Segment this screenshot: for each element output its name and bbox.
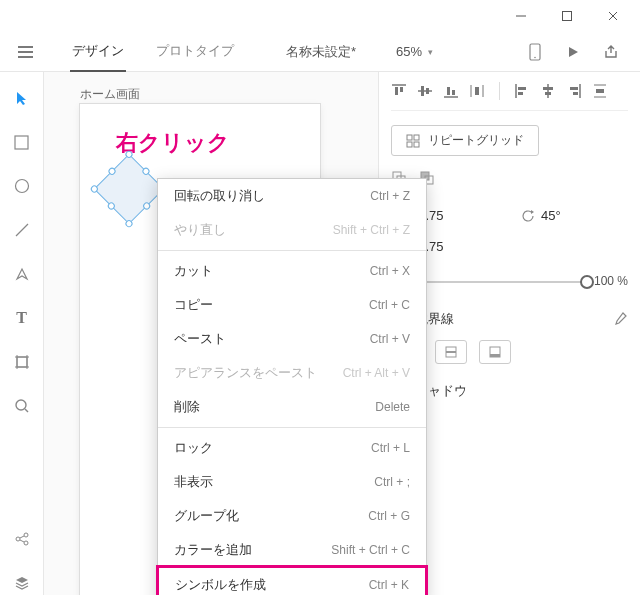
tab-prototype[interactable]: プロトタイプ — [154, 32, 236, 72]
play-icon[interactable] — [554, 45, 592, 59]
rotate-icon — [521, 209, 535, 223]
layers-icon[interactable] — [10, 571, 34, 595]
context-menu-item: やり直しShift + Ctrl + Z — [158, 213, 426, 247]
svg-rect-43 — [570, 87, 578, 90]
context-menu-item-label: シンボルを作成 — [175, 576, 266, 594]
align-hcenter-icon[interactable] — [540, 83, 556, 99]
svg-rect-29 — [426, 88, 429, 94]
context-menu-item-shortcut: Ctrl + Z — [370, 189, 410, 203]
eyedropper-icon[interactable] — [612, 311, 628, 327]
context-menu-item-shortcut: Ctrl + Alt + V — [343, 366, 410, 380]
svg-marker-6 — [569, 47, 578, 57]
context-menu-item-label: グループ化 — [174, 507, 239, 525]
context-menu-item-shortcut: Ctrl + X — [370, 264, 410, 278]
repeat-grid-button[interactable]: リピートグリッド — [391, 125, 539, 156]
context-menu-item[interactable]: コピーCtrl + C — [158, 288, 426, 322]
context-menu-item[interactable]: ロックCtrl + L — [158, 431, 426, 465]
window-titlebar — [0, 0, 640, 32]
context-menu-item[interactable]: 回転の取り消しCtrl + Z — [158, 179, 426, 213]
stroke-outside-icon[interactable] — [479, 340, 511, 364]
opacity-value[interactable]: 100 % — [594, 274, 628, 288]
context-menu-divider — [158, 427, 426, 428]
context-menu-item[interactable]: カットCtrl + X — [158, 254, 426, 288]
tab-design[interactable]: デザイン — [70, 32, 126, 72]
svg-point-19 — [24, 533, 28, 537]
zoom-select[interactable]: 65% — [396, 44, 433, 59]
distribute-h-icon[interactable] — [592, 83, 608, 99]
context-menu-item: アピアランスをペーストCtrl + Alt + V — [158, 356, 426, 390]
svg-rect-47 — [596, 89, 604, 93]
svg-point-20 — [24, 541, 28, 545]
menu-button[interactable] — [10, 46, 40, 58]
svg-marker-56 — [531, 210, 534, 214]
annotation-text: 右クリック — [116, 128, 230, 158]
device-preview-icon[interactable] — [516, 43, 554, 61]
line-tool[interactable] — [10, 218, 34, 242]
svg-rect-40 — [543, 87, 553, 90]
svg-rect-44 — [573, 92, 578, 95]
close-button[interactable] — [590, 0, 636, 32]
context-menu-item[interactable]: 削除Delete — [158, 390, 426, 424]
text-tool[interactable]: T — [10, 306, 34, 330]
context-menu-item-shortcut: Ctrl + G — [368, 509, 410, 523]
svg-marker-23 — [16, 577, 28, 583]
svg-rect-38 — [518, 92, 523, 95]
context-menu-item-shortcut: Ctrl + ; — [374, 475, 410, 489]
align-vcenter-icon[interactable] — [417, 83, 433, 99]
context-menu-item-shortcut: Shift + Ctrl + Z — [333, 223, 410, 237]
context-menu-item[interactable]: カラーを追加Shift + Ctrl + C — [158, 533, 426, 567]
tool-rail: T — [0, 72, 44, 595]
svg-rect-48 — [407, 135, 412, 140]
assets-icon[interactable] — [10, 527, 34, 551]
svg-rect-8 — [15, 136, 28, 149]
context-menu-item-shortcut: Ctrl + C — [369, 298, 410, 312]
share-icon[interactable] — [592, 44, 630, 60]
svg-rect-32 — [452, 90, 455, 95]
context-menu-item-label: 非表示 — [174, 473, 213, 491]
svg-rect-26 — [400, 87, 403, 92]
align-top-icon[interactable] — [391, 83, 407, 99]
svg-rect-51 — [414, 142, 419, 147]
select-tool[interactable] — [10, 86, 34, 110]
context-menu-item-shortcut: Shift + Ctrl + C — [331, 543, 410, 557]
context-menu-item[interactable]: ペーストCtrl + V — [158, 322, 426, 356]
svg-rect-28 — [421, 86, 424, 96]
context-menu-item-label: カット — [174, 262, 213, 280]
rotation-value[interactable]: 45° — [541, 208, 605, 223]
document-name[interactable]: 名称未設定* — [286, 43, 356, 61]
distribute-v-icon[interactable] — [469, 83, 485, 99]
pen-tool[interactable] — [10, 262, 34, 286]
svg-rect-1 — [563, 12, 572, 21]
svg-rect-50 — [407, 142, 412, 147]
ellipse-tool[interactable] — [10, 174, 34, 198]
align-bottom-icon[interactable] — [443, 83, 459, 99]
context-menu-item-label: アピアランスをペースト — [174, 364, 317, 382]
artboard-tool[interactable] — [10, 350, 34, 374]
context-menu-item-shortcut: Ctrl + K — [369, 578, 409, 592]
svg-rect-31 — [447, 87, 450, 95]
align-left-icon[interactable] — [514, 83, 530, 99]
rectangle-tool[interactable] — [10, 130, 34, 154]
maximize-button[interactable] — [544, 0, 590, 32]
context-menu-item[interactable]: シンボルを作成Ctrl + K — [156, 565, 428, 595]
stroke-center-icon[interactable] — [435, 340, 467, 364]
context-menu-item[interactable]: グループ化Ctrl + G — [158, 499, 426, 533]
zoom-tool[interactable] — [10, 394, 34, 418]
align-right-icon[interactable] — [566, 83, 582, 99]
svg-rect-11 — [17, 357, 27, 367]
grid-icon — [406, 134, 420, 148]
svg-line-21 — [20, 536, 24, 538]
context-menu-item-label: ロック — [174, 439, 213, 457]
context-menu-divider — [158, 250, 426, 251]
context-menu-item[interactable]: 非表示Ctrl + ; — [158, 465, 426, 499]
context-menu-item-label: 回転の取り消し — [174, 187, 265, 205]
svg-rect-35 — [475, 87, 479, 95]
svg-rect-49 — [414, 135, 419, 140]
minimize-button[interactable] — [498, 0, 544, 32]
artboard-label[interactable]: ホーム画面 — [80, 86, 140, 103]
svg-line-10 — [16, 224, 28, 236]
svg-point-5 — [534, 56, 536, 58]
context-menu-item-label: コピー — [174, 296, 213, 314]
svg-line-22 — [20, 540, 24, 542]
slider-thumb[interactable] — [580, 275, 594, 289]
